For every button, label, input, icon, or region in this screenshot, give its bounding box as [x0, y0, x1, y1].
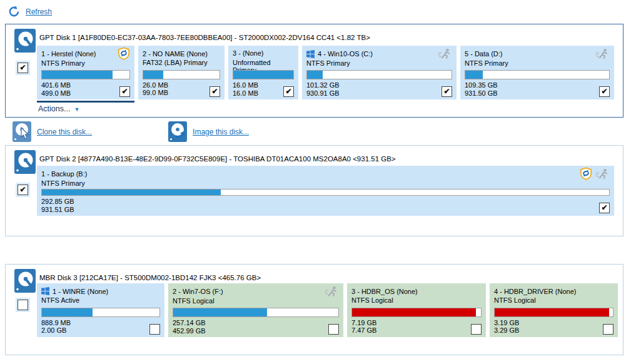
hard-disk-icon: [14, 29, 36, 53]
partition-total: 931.51 GB: [41, 206, 74, 214]
rapid-delta-runner-icon: [437, 48, 452, 60]
partition-used: 16.0 MB: [233, 81, 258, 89]
partition-card-backup[interactable]: 1 - Backup (B:): [37, 166, 614, 216]
partition-filesystem: Unformatted Primary: [233, 59, 294, 68]
partition-name: 3 - (None): [233, 49, 264, 57]
partition-checkbox[interactable]: [599, 86, 610, 97]
partition-checkbox[interactable]: [603, 324, 613, 335]
hard-disk-icon: [14, 269, 36, 293]
partition-used: 109.35 GB: [465, 81, 498, 89]
partition-usage-bar: [351, 308, 482, 317]
actions-menu-button[interactable]: Actions...: [38, 104, 79, 113]
partition-usage-bar: [41, 70, 130, 79]
partition-card-hdbr-driver[interactable]: 4 - HDBR_DRIVER (None) NTFS Logical 3.19…: [490, 283, 618, 337]
disk3-panel: MBR Disk 3 [212CA17E] - ST500DM002-1BD14…: [5, 264, 623, 355]
partition-card-win10-os[interactable]: 4 - Win10-OS (C:) NTFS Primary 101.32 GB…: [302, 46, 457, 99]
partition-filesystem: FAT32 (LBA) Primary: [143, 59, 220, 68]
rapid-delta-runner-icon: [595, 168, 610, 180]
refresh-icon[interactable]: [8, 5, 21, 18]
partition-checkbox[interactable]: [471, 324, 482, 335]
partition-used: 26.0 MB: [143, 81, 168, 89]
partition-filesystem: NTFS Logical: [494, 296, 613, 305]
partition-card-noname[interactable]: 2 - NO NAME (None) FAT32 (LBA) Primary 2…: [138, 46, 225, 99]
clone-disk-link[interactable]: Clone this disk...: [37, 128, 92, 136]
partition-total: 99.0 MB: [143, 89, 168, 97]
disk-action-links: Clone this disk... Image this disk...: [13, 121, 249, 142]
disk2-panel: GPT Disk 2 [4877A490-B13E-48E2-9D99-0F73…: [5, 145, 623, 236]
partition-card-winre[interactable]: 1 - WINRE (None) NTFS Active 888.9 MB 2.…: [37, 283, 164, 337]
disk1-title: GPT Disk 1 [A1F80DE0-EC37-03AA-7803-7EE8…: [39, 34, 370, 41]
disk2-title: GPT Disk 2 [4877A490-B13E-48E2-9D99-0F73…: [39, 155, 396, 163]
partition-card-unformatted[interactable]: 3 - (None) Unformatted Primary 16.0 MB 1…: [228, 46, 298, 99]
partition-filesystem: NTFS Active: [41, 296, 160, 305]
partition-used: 888.9 MB: [41, 319, 71, 327]
hard-disk-icon: [14, 150, 36, 174]
partition-filesystem: NTFS Primary: [41, 59, 130, 68]
partition-card-data[interactable]: 5 - Data (D:) NTFS Primary 109.35 GB 931…: [460, 46, 614, 99]
partition-checkbox[interactable]: [119, 86, 130, 97]
partition-usage-bar: [306, 70, 452, 79]
partition-used: 3.19 GB: [494, 319, 519, 327]
partition-used: 7.19 GB: [351, 319, 376, 327]
partition-card-win7-os[interactable]: 2 - Win7-OS (F:) NTFS Logical 257.14 GB …: [168, 283, 343, 337]
disk3-partition-strip: 1 - WINRE (None) NTFS Active 888.9 MB 2.…: [37, 283, 618, 337]
clone-disk-link-group[interactable]: Clone this disk...: [13, 121, 92, 142]
image-disk-link[interactable]: Image this disk...: [193, 128, 249, 136]
windows-logo-icon: [306, 50, 315, 58]
partition-card-herstel[interactable]: 1 - Herstel (None) NTFS Primary 4: [37, 46, 134, 99]
partition-name: 3 - HDBR_OS (None): [351, 288, 418, 295]
disk2-checkbox[interactable]: [18, 185, 28, 195]
partition-name: 4 - Win10-OS (C:): [318, 50, 373, 58]
partition-name: 2 - NO NAME (None): [143, 50, 208, 58]
partition-total: 499.0 MB: [41, 89, 71, 98]
partition-checkbox[interactable]: [149, 324, 160, 335]
partition-used: 401.6 MB: [41, 81, 71, 89]
partition-checkbox[interactable]: [442, 86, 452, 97]
partition-used: 101.32 GB: [306, 81, 340, 89]
partition-card-hdbr-os[interactable]: 3 - HDBR_OS (None) NTFS Logical 7.19 GB …: [347, 283, 486, 337]
partition-checkbox[interactable]: [599, 203, 610, 213]
partition-name: 2 - Win7-OS (F:): [173, 288, 223, 295]
partition-filesystem: NTFS Primary: [306, 59, 452, 68]
partition-filesystem: NTFS Primary: [41, 179, 610, 187]
disk1-checkbox[interactable]: [18, 63, 28, 73]
partition-checkbox[interactable]: [283, 86, 294, 97]
disk1-partition-strip: 1 - Herstel (None) NTFS Primary 4: [37, 46, 614, 99]
windows-logo-icon: [41, 287, 49, 295]
partition-filesystem: NTFS Logical: [173, 297, 339, 306]
partition-checkbox[interactable]: [328, 324, 339, 335]
image-disk-link-group[interactable]: Image this disk...: [168, 121, 249, 142]
partition-usage-bar: [173, 308, 339, 317]
partition-total: 7.47 GB: [351, 326, 376, 335]
partition-used: 292.85 GB: [41, 198, 74, 206]
partition-name: 5 - Data (D:): [465, 50, 503, 58]
selected-partition-underline: [37, 101, 134, 103]
partition-total: 931.50 GB: [465, 89, 498, 98]
refresh-link[interactable]: Refresh: [26, 8, 52, 16]
clone-disk-icon: [13, 121, 31, 142]
partition-checkbox[interactable]: [209, 86, 220, 97]
partition-usage-bar: [233, 70, 294, 79]
partition-usage-bar: [143, 70, 220, 79]
partition-total: 2.00 GB: [41, 326, 71, 335]
partition-name: 1 - Herstel (None): [41, 50, 96, 58]
disk1-panel: GPT Disk 1 [A1F80DE0-EC37-03AA-7803-7EE8…: [5, 24, 623, 118]
partition-usage-bar: [41, 308, 160, 317]
partition-total: 930.91 GB: [306, 89, 340, 98]
refresh-bar: Refresh: [8, 5, 52, 18]
partition-usage-bar: [494, 308, 613, 317]
partition-total: 16.0 MB: [233, 89, 258, 98]
disk3-checkbox[interactable]: [18, 300, 28, 310]
partition-usage-bar: [465, 70, 610, 79]
image-disk-icon: [168, 121, 187, 142]
disk2-partition-strip: 1 - Backup (B:): [37, 166, 614, 216]
partition-name: 4 - HDBR_DRIVER (None): [494, 288, 576, 295]
partition-total: 452.99 GB: [173, 327, 206, 335]
partition-total: 3.29 GB: [494, 326, 519, 335]
partition-name: 1 - Backup (B:): [41, 170, 87, 178]
partition-name: 1 - WINRE (None): [53, 288, 108, 295]
rapid-delta-runner-icon: [324, 286, 339, 298]
partition-filesystem: NTFS Primary: [465, 59, 610, 68]
disk3-title: MBR Disk 3 [212CA17E] - ST500DM002-1BD14…: [39, 274, 261, 281]
chevron-down-icon: [74, 104, 79, 113]
